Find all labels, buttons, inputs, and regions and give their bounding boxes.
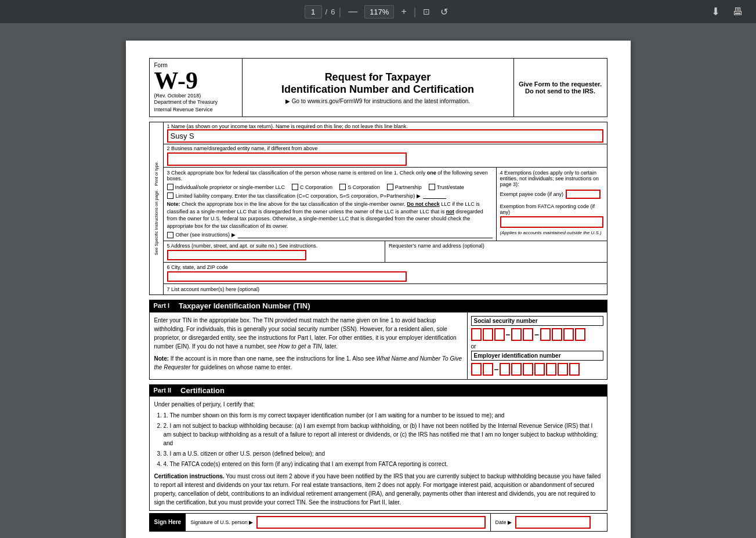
ssn-box-1[interactable] bbox=[471, 328, 482, 341]
tax-classification-row: 3 Check appropriate box for federal tax … bbox=[163, 168, 607, 241]
city-input[interactable] bbox=[167, 271, 407, 282]
ssn-box-7[interactable] bbox=[552, 328, 562, 341]
or-text: or bbox=[471, 343, 603, 350]
other-row: Other (see instructions) ▶ bbox=[167, 232, 493, 238]
ssn-boxes: – – bbox=[471, 328, 603, 341]
zoom-out-button[interactable]: — bbox=[345, 4, 361, 19]
form-title-sub: Identification Number and Certification bbox=[281, 83, 474, 96]
sep2: | bbox=[414, 6, 417, 17]
ein-box-2[interactable] bbox=[483, 363, 493, 376]
zoom-level: 117% bbox=[364, 5, 394, 19]
exempt-payee-input[interactable] bbox=[566, 190, 601, 199]
fatca-label: Exemption from FATCA reporting code (if … bbox=[500, 203, 603, 215]
part1-text: Enter your TIN in the appropriate box. T… bbox=[150, 312, 468, 379]
ein-box-4[interactable] bbox=[511, 363, 522, 376]
trust-label: Trust/estate bbox=[437, 184, 464, 190]
address-main: 5 Address (number, street, and apt. or s… bbox=[164, 241, 386, 262]
toolbar-center: / 6 | — 117% + | ⊡ ↺ bbox=[305, 4, 452, 20]
other-checkbox[interactable] bbox=[167, 232, 173, 238]
cert-item-3: 3. I am a U.S. citizen or other U.S. per… bbox=[164, 449, 602, 458]
ein-dash: – bbox=[494, 365, 499, 374]
scorp-checkbox-item: S Corporation bbox=[339, 184, 380, 190]
form-header: Form W-9 (Rev. October 2018) Department … bbox=[149, 58, 607, 117]
ssn-box-5[interactable] bbox=[523, 328, 533, 341]
ein-box-5[interactable] bbox=[523, 363, 533, 376]
form-page: Form W-9 (Rev. October 2018) Department … bbox=[126, 41, 631, 538]
sign-here-label: Sign Here bbox=[150, 514, 186, 531]
toolbar-actions: ⬇ 🖶 bbox=[708, 3, 747, 20]
form-body: 1 Name (as shown on your income tax retu… bbox=[163, 122, 607, 295]
part1-label: Part I bbox=[154, 302, 170, 309]
part2-header: Part II Certification bbox=[149, 384, 607, 397]
ssn-box-2[interactable] bbox=[483, 328, 493, 341]
part1-header: Part I Taxpayer Identification Number (T… bbox=[149, 300, 607, 312]
form-id-block: Form W-9 (Rev. October 2018) Department … bbox=[150, 59, 243, 117]
trust-checkbox[interactable] bbox=[429, 184, 435, 190]
ein-box-6[interactable] bbox=[534, 363, 545, 376]
ssn-box-6[interactable] bbox=[540, 328, 551, 341]
line1-input[interactable] bbox=[167, 129, 603, 143]
line2-label: 2 Business name/disregarded entity name,… bbox=[167, 146, 603, 151]
fatca-input[interactable] bbox=[500, 216, 603, 228]
ssn-box-3[interactable] bbox=[494, 328, 505, 341]
ein-box-8[interactable] bbox=[558, 363, 568, 376]
print-button[interactable]: 🖶 bbox=[729, 3, 747, 20]
line3-label: 3 Check appropriate box for federal tax … bbox=[167, 170, 493, 181]
line2-input[interactable] bbox=[167, 152, 407, 166]
part1-title: Taxpayer Identification Number (TIN) bbox=[179, 301, 310, 310]
ein-box-7[interactable] bbox=[546, 363, 556, 376]
ein-box-3[interactable] bbox=[500, 363, 510, 376]
under-penalties: Under penalties of perjury, I certify th… bbox=[154, 400, 602, 409]
cert-item-1: 1. The number shown on this form is my c… bbox=[164, 411, 602, 420]
fit-page-button[interactable]: ⊡ bbox=[419, 5, 433, 19]
checkboxes-row: Individual/sole proprietor or single-mem… bbox=[167, 184, 493, 190]
cert-item-2: 2. I am not subject to backup withholdin… bbox=[164, 421, 602, 448]
ccorp-checkbox-item: C Corporation bbox=[292, 184, 332, 190]
line5-row: 5 Address (number, street, and apt. or s… bbox=[163, 241, 607, 263]
ssn-box-8[interactable] bbox=[563, 328, 574, 341]
form-main-content: See Specific Instructions on page. Print… bbox=[149, 122, 607, 295]
part1-para1: Enter your TIN in the appropriate box. T… bbox=[154, 316, 462, 351]
partnership-checkbox[interactable] bbox=[387, 184, 393, 190]
date-input[interactable] bbox=[515, 516, 591, 529]
form-dept: Department of the Treasury Internal Reve… bbox=[154, 99, 237, 113]
other-label: Other (see instructions) ▶ bbox=[176, 232, 236, 238]
llc-classification-input[interactable] bbox=[423, 192, 446, 199]
download-button[interactable]: ⬇ bbox=[708, 3, 724, 20]
line7-row: 7 List account number(s) here (optional) bbox=[163, 284, 607, 295]
tax-main: 3 Check appropriate box for federal tax … bbox=[164, 168, 497, 240]
part2-title: Certification bbox=[180, 386, 225, 395]
toolbar: / 6 | — 117% + | ⊡ ↺ ⬇ 🖶 bbox=[0, 0, 756, 23]
cert-item-4: 4. The FATCA code(s) entered on this for… bbox=[164, 460, 602, 468]
zoom-in-button[interactable]: + bbox=[397, 4, 410, 19]
rotate-button[interactable]: ↺ bbox=[437, 4, 451, 20]
scorp-label: S Corporation bbox=[348, 184, 380, 190]
exemptions-title: 4 Exemptions (codes apply only to certai… bbox=[500, 170, 603, 187]
part1-tin: Social security number – – or Employer bbox=[468, 312, 607, 379]
date-label: Date ▶ bbox=[495, 519, 512, 525]
scorp-checkbox[interactable] bbox=[339, 184, 346, 190]
ein-box-9[interactable] bbox=[569, 363, 580, 376]
line5-label: 5 Address (number, street, and apt. or s… bbox=[167, 243, 382, 249]
individual-checkbox[interactable] bbox=[167, 184, 173, 190]
individual-checkbox-item: Individual/sole proprietor or single-mem… bbox=[167, 184, 285, 190]
form-rev-date: (Rev. October 2018) bbox=[154, 93, 237, 99]
form-url: ▶ Go to www.irs.gov/FormW9 for instructi… bbox=[285, 98, 470, 104]
ccorp-checkbox[interactable] bbox=[292, 184, 298, 190]
part2-label: Part II bbox=[154, 387, 172, 394]
cert-instructions: Certification instructions. You must cro… bbox=[154, 472, 602, 507]
individual-label: Individual/sole proprietor or single-mem… bbox=[175, 184, 285, 190]
signature-input[interactable] bbox=[256, 516, 485, 529]
page-current-input[interactable] bbox=[305, 5, 322, 19]
exempt-payee-label: Exempt payee code (if any) bbox=[500, 191, 564, 197]
line1-row: 1 Name (as shown on your income tax retu… bbox=[163, 122, 607, 144]
ein-box-1[interactable] bbox=[471, 363, 482, 376]
llc-checkbox[interactable] bbox=[167, 192, 173, 199]
other-input[interactable] bbox=[238, 232, 493, 238]
ssn-box-9[interactable] bbox=[575, 328, 585, 341]
address-input[interactable] bbox=[167, 250, 306, 260]
ssn-box-4[interactable] bbox=[511, 328, 522, 341]
part1-para2: Note: If the account is in more than one… bbox=[154, 354, 462, 372]
requester-label: Requester's name and address (optional) bbox=[389, 243, 603, 249]
cert-list: 1. The number shown on this form is my c… bbox=[164, 411, 602, 468]
